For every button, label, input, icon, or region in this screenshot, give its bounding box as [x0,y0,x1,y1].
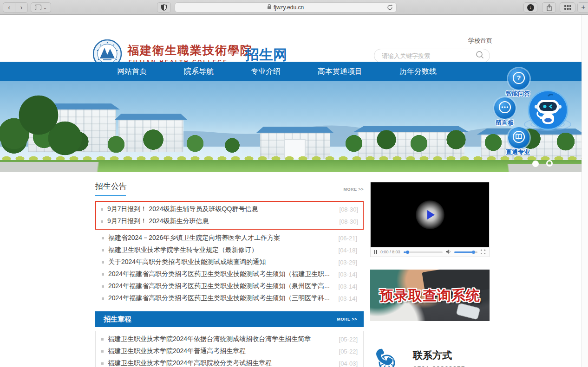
news-item[interactable]: 2024年福建省高职分类招考医药卫生类职业技能测试考生须知（泉州医学高... [… [102,280,357,292]
video-progress-bar[interactable] [404,251,443,253]
majors-guide-label[interactable]: 直通专业 [506,148,530,156]
main-nav: 网站首页院系导航专业介绍高本贯通项目历年分数线 [0,62,581,81]
lock-icon [268,4,271,11]
news-date: [05-22] [339,336,358,343]
fullscreen-icon[interactable] [481,248,485,256]
announcements-section: 招生公告 MORE >> 9月7日报到！ 2024级新生辅导员及班级QQ群号信息… [95,181,364,367]
robot-mascot[interactable] [528,90,568,130]
nav-item[interactable]: 历年分数线 [381,62,455,81]
news-item[interactable]: 福建卫生职业技术学院2024年高职院校分类考试招生章程 [04-03] [101,357,358,367]
share-button[interactable] [542,2,556,13]
ellipsis-circle-icon [498,100,512,116]
pause-button[interactable] [374,250,377,254]
school-home-link[interactable]: 学校首页 [468,37,492,45]
news-title: 福建卫生职业技术学院2024年高职院校分类考试招生章程 [108,359,333,367]
news-title: 2024年福建省高职分类招考医药卫生类职业技能测试考生须知（福建卫生职... [108,270,333,278]
bullet-icon [102,273,104,276]
news-item[interactable]: 福建卫生职业技术学院2024年依据台湾统测成绩招收台湾学生招生简章 [05-22… [101,333,358,345]
new-tab-button[interactable]: + [577,2,588,13]
news-item[interactable]: 2024年福建省高职分类招考医药卫生类职业技能测试考生须知（三明医学科... [… [102,292,357,304]
video-time: 0:00 / 8:03 [380,250,400,254]
play-button[interactable] [416,200,444,229]
plus-icon: + [581,3,585,12]
contact-block: 联系方式 0591-22869955 [370,331,490,367]
news-date: [08-30] [340,206,358,213]
smart-qa-label[interactable]: 智能问答 [506,90,530,98]
video-screen[interactable] [371,182,489,247]
news-list: 福建省2024－2026年乡镇卫生院定向培养医学人才工作方案 [06-21] 福… [95,232,364,304]
back-button[interactable]: ‹ [3,2,15,13]
charter-list: 福建卫生职业技术学院2024年依据台湾统测成绩招收台湾学生招生简章 [05-22… [95,331,364,367]
phone-globe-icon [372,346,398,367]
charter-more-link[interactable]: MORE >> [337,317,357,322]
news-item[interactable]: 关于2024年高职分类招考职业技能测试成绩查询的通知 [03-29] [102,256,357,268]
news-date: [03-14] [339,271,357,278]
bullet-icon [101,220,103,223]
news-item[interactable]: 9月7日报到！ 2024级新生辅导员及班级QQ群号信息 [08-30] [101,203,358,215]
carousel-dot-active[interactable] [532,161,539,167]
bullet-icon [102,237,104,239]
news-item[interactable]: 福建省2024－2026年乡镇卫生院定向培养医学人才工作方案 [06-21] [102,232,357,244]
news-title: 关于2024年高职分类招考职业技能测试成绩查询的通知 [108,258,333,266]
tab-overview-button[interactable] [560,2,575,13]
news-title: 福建卫生职业技术学院2024年普通高考招生章程 [108,347,333,355]
refresh-icon[interactable] [387,4,393,12]
announcements-header: 招生公告 MORE >> [95,181,364,196]
message-board-label[interactable]: 留言板 [496,119,514,127]
news-item[interactable]: 福建卫生职业技术学院学生转专业规定（最新修订） [04-18] [102,244,357,256]
news-date: [03-14] [339,295,357,302]
address-bar[interactable]: fjwzy.edu.cn [175,2,397,13]
news-date: [03-29] [339,259,357,266]
search-input[interactable] [382,52,476,59]
pre-admission-query-banner[interactable]: 预录取查询系统 [370,270,490,321]
sidebar-toggle-button[interactable]: ⌄ [31,2,51,13]
bullet-icon [101,208,103,211]
news-title: 2024年福建省高职分类招考医药卫生类职业技能测试考生须知（泉州医学高... [108,282,333,290]
nav-item[interactable]: 网站首页 [98,62,165,81]
shield-icon [161,4,167,11]
bullet-icon [102,297,104,300]
chevron-down-icon: ⌄ [43,5,47,10]
news-title: 2024年福建省高职分类招考医药卫生类职业技能测试考生须知（三明医学科... [108,294,333,303]
bullet-icon [101,350,104,353]
search-box [374,49,490,63]
news-date: [08-30] [340,218,358,225]
share-icon [546,4,552,11]
forward-button[interactable]: › [15,2,28,13]
video-controls: 0:00 / 8:03 [371,247,489,257]
browser-window: ‹ › ⌄ fjwzy.edu.cn ↓ [0,0,588,367]
news-item[interactable]: 9月7日报到！ 2024级新生分班信息 [08-30] [101,215,358,227]
news-item[interactable]: 2024年福建省高职分类招考医药卫生类职业技能测试考生须知（福建卫生职... [… [102,268,357,280]
book-circle-icon [512,130,526,146]
smart-qa-button[interactable]: ? [508,68,529,90]
nav-item[interactable]: 高本贯通项目 [299,62,381,81]
nav-item[interactable]: 院系导航 [165,62,232,81]
message-board-button[interactable] [494,97,516,119]
search-icon[interactable] [476,51,484,61]
bullet-icon [101,362,104,365]
privacy-shield-button[interactable] [157,2,171,13]
news-title: 福建卫生职业技术学院2024年依据台湾统测成绩招收台湾学生招生简章 [108,335,333,343]
page-scrollbar[interactable] [581,15,588,367]
highlighted-news-box: 9月7日报到！ 2024级新生辅导员及班级QQ群号信息 [08-30] 9月7日… [95,201,364,230]
announcements-more-link[interactable]: MORE >> [343,187,364,192]
play-icon [427,210,435,219]
carousel-dot[interactable] [546,160,553,167]
browser-toolbar: ‹ › ⌄ fjwzy.edu.cn ↓ [0,0,588,15]
volume-slider[interactable] [454,251,477,253]
downloads-button[interactable]: ↓ [523,2,537,13]
title-underline [95,195,126,196]
question-circle-icon: ? [512,71,526,87]
charter-header: 招生章程 MORE >> [95,311,364,327]
svg-text:?: ? [517,74,521,82]
college-name-calligraphy: 福建衛生職業技術學院 [127,43,253,58]
campus-banner-image[interactable] [0,81,581,172]
site-header: 福建衛生職業技術學院 FUJIAN HEALTH COLLEGE 招生网 学校首… [0,15,581,62]
announcements-title: 招生公告 [95,181,127,192]
volume-icon[interactable] [446,248,451,256]
news-title: 9月7日报到！ 2024级新生辅导员及班级QQ群号信息 [107,205,334,213]
news-item[interactable]: 福建卫生职业技术学院2024年普通高考招生章程 [05-22] [101,345,358,357]
majors-guide-button[interactable] [508,127,529,148]
nav-item[interactable]: 专业介绍 [232,62,299,81]
news-date: [03-14] [339,283,357,290]
